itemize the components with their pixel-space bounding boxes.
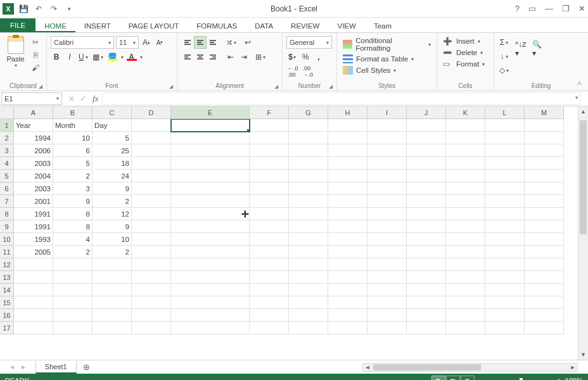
cell[interactable] bbox=[328, 271, 368, 284]
row-header[interactable]: 8 bbox=[0, 208, 14, 220]
align-right-button[interactable] bbox=[207, 51, 219, 63]
underline-button[interactable]: U▾ bbox=[77, 51, 89, 63]
cell[interactable] bbox=[446, 284, 485, 296]
cell[interactable] bbox=[250, 132, 289, 144]
cell[interactable] bbox=[250, 296, 289, 309]
cell[interactable] bbox=[407, 157, 446, 170]
cell[interactable] bbox=[328, 246, 368, 258]
cell[interactable] bbox=[525, 208, 564, 220]
cell[interactable] bbox=[328, 208, 368, 220]
vertical-scrollbar[interactable]: ▲ ▼ bbox=[578, 106, 588, 360]
row-header[interactable]: 11 bbox=[0, 246, 14, 258]
paste-button[interactable]: Paste ▾ bbox=[4, 35, 27, 68]
cell[interactable] bbox=[289, 322, 328, 334]
cell[interactable] bbox=[407, 182, 446, 195]
cell[interactable] bbox=[368, 284, 407, 296]
cell[interactable] bbox=[407, 271, 446, 284]
cell[interactable] bbox=[328, 144, 368, 157]
cell[interactable] bbox=[446, 195, 485, 208]
align-top-button[interactable] bbox=[181, 36, 194, 49]
cell[interactable] bbox=[368, 195, 407, 208]
tab-view[interactable]: VIEW bbox=[328, 20, 364, 32]
cell[interactable] bbox=[368, 233, 407, 246]
cell[interactable] bbox=[368, 258, 407, 271]
cell[interactable] bbox=[368, 144, 407, 157]
cell[interactable] bbox=[132, 271, 171, 284]
save-icon[interactable]: 💾 bbox=[18, 3, 29, 15]
cell[interactable] bbox=[289, 195, 328, 208]
autosum-button[interactable]: Σ▾ bbox=[498, 36, 510, 49]
currency-button[interactable]: $▾ bbox=[286, 51, 298, 63]
new-sheet-button[interactable]: ⊕ bbox=[80, 362, 93, 372]
cell[interactable] bbox=[407, 246, 446, 258]
cell[interactable] bbox=[289, 284, 328, 296]
scroll-right-icon[interactable]: ► bbox=[568, 364, 577, 370]
cell[interactable] bbox=[446, 157, 485, 170]
font-launcher-icon[interactable]: ◢ bbox=[169, 84, 173, 89]
cell[interactable] bbox=[525, 157, 564, 170]
formula-bar[interactable]: ▾ bbox=[102, 92, 580, 105]
cell[interactable] bbox=[250, 144, 289, 157]
delete-cells-button[interactable]: ➖Delete▾ bbox=[441, 48, 490, 58]
cell[interactable] bbox=[485, 182, 525, 195]
horizontal-scrollbar[interactable]: ◄ ► bbox=[362, 363, 578, 372]
cell[interactable] bbox=[368, 208, 407, 220]
zoom-level[interactable]: 100% bbox=[565, 377, 583, 380]
cell[interactable] bbox=[14, 296, 53, 309]
cell[interactable] bbox=[446, 208, 485, 220]
cell[interactable]: 1993 bbox=[14, 233, 53, 246]
column-header[interactable]: A bbox=[14, 106, 53, 119]
cell[interactable] bbox=[328, 258, 368, 271]
cell[interactable] bbox=[289, 258, 328, 271]
sheet-nav-next-icon[interactable]: ► bbox=[20, 364, 27, 370]
sheet-tab[interactable]: Sheet1 bbox=[35, 361, 77, 374]
cell[interactable] bbox=[289, 157, 328, 170]
cell[interactable]: 24 bbox=[93, 170, 132, 182]
cell[interactable] bbox=[328, 170, 368, 182]
cell[interactable] bbox=[14, 322, 53, 334]
collapse-ribbon-icon[interactable]: ㅅ bbox=[576, 79, 583, 88]
cell[interactable]: 2 bbox=[93, 195, 132, 208]
cell[interactable]: 2001 bbox=[14, 195, 53, 208]
cell[interactable] bbox=[289, 182, 328, 195]
cell[interactable] bbox=[407, 195, 446, 208]
bold-button[interactable]: B bbox=[51, 51, 62, 63]
merge-center-button[interactable]: ⊞▾ bbox=[254, 51, 267, 63]
cell[interactable] bbox=[132, 309, 171, 322]
cell[interactable] bbox=[132, 157, 171, 170]
cell[interactable] bbox=[485, 195, 525, 208]
cell[interactable] bbox=[250, 284, 289, 296]
scroll-up-icon[interactable]: ▲ bbox=[578, 106, 588, 117]
clipboard-launcher-icon[interactable]: ◢ bbox=[39, 84, 42, 89]
cell[interactable] bbox=[250, 258, 289, 271]
cell[interactable] bbox=[171, 246, 250, 258]
align-middle-button[interactable] bbox=[194, 36, 207, 49]
cell[interactable] bbox=[407, 132, 446, 144]
number-format-dropdown[interactable]: General▾ bbox=[286, 36, 332, 49]
cell[interactable]: 2003 bbox=[14, 157, 53, 170]
comma-button[interactable]: , bbox=[313, 51, 324, 63]
cell[interactable] bbox=[132, 296, 171, 309]
cell[interactable] bbox=[289, 132, 328, 144]
align-left-button[interactable] bbox=[181, 51, 194, 63]
cell[interactable]: 8 bbox=[53, 220, 93, 233]
cell[interactable] bbox=[368, 246, 407, 258]
restore-icon[interactable]: ❐ bbox=[562, 4, 570, 13]
cell[interactable] bbox=[485, 296, 525, 309]
row-header[interactable]: 14 bbox=[0, 284, 14, 296]
cell[interactable] bbox=[53, 284, 93, 296]
cell[interactable] bbox=[328, 182, 368, 195]
decrease-indent-button[interactable]: ⇤ bbox=[225, 51, 236, 63]
page-layout-view-button[interactable]: ▤ bbox=[446, 376, 460, 380]
cell[interactable] bbox=[407, 208, 446, 220]
row-header[interactable]: 5 bbox=[0, 170, 14, 182]
cell[interactable]: 10 bbox=[53, 132, 93, 144]
column-header[interactable]: B bbox=[53, 106, 93, 119]
cell[interactable] bbox=[328, 119, 368, 132]
cell[interactable] bbox=[132, 233, 171, 246]
fill-button[interactable]: ↓▾ bbox=[498, 50, 510, 63]
cell[interactable] bbox=[525, 170, 564, 182]
tab-file[interactable]: FILE bbox=[0, 18, 35, 32]
tab-team[interactable]: Team bbox=[365, 20, 400, 32]
name-box[interactable]: E1▾ bbox=[1, 92, 62, 105]
